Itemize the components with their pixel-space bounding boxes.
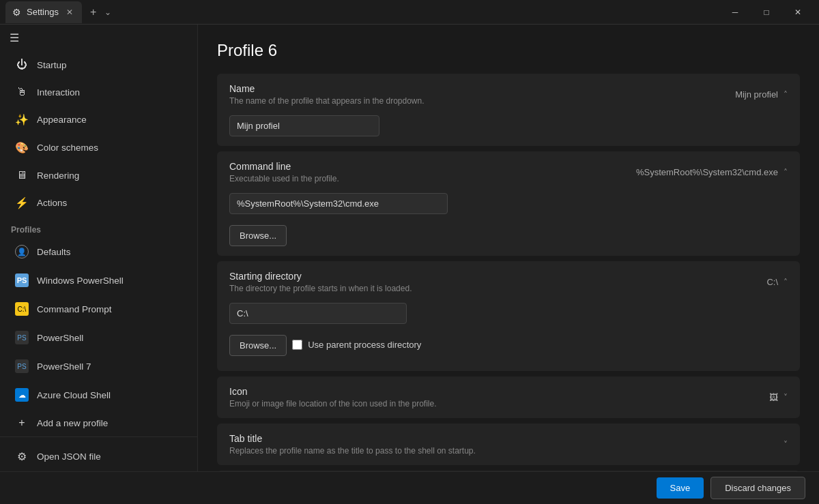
page-title: Profile 6 bbox=[217, 41, 800, 60]
starting-directory-section: Starting directory The directory the pro… bbox=[217, 261, 800, 371]
name-section-body bbox=[217, 115, 800, 146]
icon-section-header-left: Icon Emoji or image file location of the… bbox=[229, 386, 437, 409]
sidebar-item-windows-powershell[interactable]: PS Windows PowerShell bbox=[4, 267, 193, 294]
sidebar-item-label: PowerShell 7 bbox=[37, 361, 91, 372]
use-parent-process-row: Use parent process directory bbox=[292, 340, 421, 350]
starting-directory-actions-row: Browse... Use parent process directory bbox=[229, 329, 788, 356]
colorschemes-icon: 🎨 bbox=[15, 141, 29, 154]
sidebar-item-label: Actions bbox=[37, 198, 67, 208]
name-input[interactable] bbox=[229, 115, 379, 136]
tab-title-title: Tab title bbox=[229, 433, 476, 444]
defaults-profile-icon: 👤 bbox=[15, 245, 29, 258]
save-button[interactable]: Save bbox=[657, 477, 704, 499]
gear-icon: ⚙ bbox=[12, 7, 21, 18]
tab-title-desc: Replaces the profile name as the title t… bbox=[229, 446, 476, 456]
command-line-input[interactable] bbox=[229, 193, 448, 214]
icon-chevron[interactable]: ˅ bbox=[784, 393, 788, 402]
name-section-header: Name The name of the profile that appear… bbox=[217, 74, 800, 115]
sidebar-item-actions[interactable]: ⚡ Actions bbox=[4, 190, 193, 216]
use-parent-process-checkbox[interactable] bbox=[292, 340, 302, 350]
starting-directory-title: Starting directory bbox=[229, 271, 412, 282]
window-controls: ─ □ ✕ bbox=[719, 1, 814, 23]
starting-directory-section-body: Browse... Use parent process directory bbox=[217, 303, 800, 371]
tab-title-section: Tab title Replaces the profile name as t… bbox=[217, 424, 800, 465]
use-parent-process-label: Use parent process directory bbox=[308, 340, 421, 350]
interaction-icon: 🖱 bbox=[15, 86, 29, 98]
icon-section-title: Icon bbox=[229, 386, 437, 397]
tab-close-button[interactable]: ✕ bbox=[64, 7, 75, 18]
name-chevron[interactable]: ˄ bbox=[784, 90, 788, 100]
sidebar-item-appearance[interactable]: ✨ Appearance bbox=[4, 106, 193, 133]
powershell7-profile-icon: PS bbox=[15, 359, 29, 373]
name-section-header-left: Name The name of the profile that appear… bbox=[229, 83, 425, 106]
sidebar-item-defaults[interactable]: 👤 Defaults bbox=[4, 238, 193, 265]
sidebar-item-label: Rendering bbox=[37, 171, 79, 181]
name-section: Name The name of the profile that appear… bbox=[217, 74, 800, 146]
sidebar-item-label: Startup bbox=[37, 60, 67, 70]
actions-icon: ⚡ bbox=[15, 196, 29, 209]
sidebar-item-powershell[interactable]: PS PowerShell bbox=[4, 324, 193, 351]
startup-icon: ⏻ bbox=[15, 59, 29, 71]
discard-changes-button[interactable]: Discard changes bbox=[710, 477, 805, 499]
windows-powershell-profile-icon: PS bbox=[15, 273, 29, 287]
sidebar-item-label: Windows PowerShell bbox=[37, 276, 124, 286]
sidebar-item-command-prompt[interactable]: C:\ Command Prompt bbox=[4, 295, 193, 323]
starting-directory-header-value: C:\ bbox=[766, 277, 778, 287]
add-profile-label: Add a new profile bbox=[37, 418, 108, 428]
command-line-section-body: Browse... bbox=[217, 193, 800, 256]
command-line-title: Command line bbox=[229, 161, 339, 172]
starting-directory-header-right: C:\ ˄ bbox=[766, 277, 788, 287]
command-line-header-value: %SystemRoot%\System32\cmd.exe bbox=[636, 167, 778, 177]
command-line-header-right: %SystemRoot%\System32\cmd.exe ˄ bbox=[636, 167, 788, 177]
icon-section-desc: Emoji or image file location of the icon… bbox=[229, 399, 437, 409]
icon-section-header[interactable]: Icon Emoji or image file location of the… bbox=[217, 376, 800, 418]
tab-dropdown-button[interactable]: ⌄ bbox=[102, 5, 114, 20]
open-json-file-button[interactable]: ⚙ Open JSON file bbox=[4, 443, 193, 470]
sidebar-item-azure-cloud-shell[interactable]: ☁ Azure Cloud Shell bbox=[4, 381, 193, 409]
add-new-profile-button[interactable]: + Add a new profile bbox=[4, 410, 193, 436]
sidebar-item-label: Defaults bbox=[37, 247, 71, 257]
sidebar-item-startup[interactable]: ⏻ Startup bbox=[4, 52, 193, 78]
command-line-section-header: Command line Executable used in the prof… bbox=[217, 151, 800, 193]
sidebar-item-rendering[interactable]: 🖥 Rendering bbox=[4, 162, 193, 188]
content-area: Profile 6 Name The name of the profile t… bbox=[198, 25, 819, 471]
sidebar-item-powershell-7[interactable]: PS PowerShell 7 bbox=[4, 353, 193, 380]
starting-directory-browse-button[interactable]: Browse... bbox=[229, 335, 287, 356]
hamburger-menu-button[interactable]: ☰ bbox=[0, 25, 197, 51]
starting-directory-desc: The directory the profile starts in when… bbox=[229, 284, 412, 293]
name-section-header-right: Mijn profiel ˄ bbox=[735, 89, 788, 100]
new-tab-button[interactable]: + bbox=[85, 3, 102, 21]
sidebar-item-label: Azure Cloud Shell bbox=[37, 390, 111, 400]
tab-title-chevron[interactable]: ˅ bbox=[784, 440, 788, 449]
settings-tab[interactable]: ⚙ Settings ✕ bbox=[5, 1, 82, 23]
icon-placeholder: 🖼 bbox=[769, 392, 778, 402]
sidebar-item-label: Interaction bbox=[37, 87, 80, 98]
name-section-title: Name bbox=[229, 83, 425, 94]
bottom-bar: Save Discard changes bbox=[0, 471, 819, 504]
icon-section-header-right: 🖼 ˅ bbox=[769, 392, 788, 402]
azure-cloud-shell-profile-icon: ☁ bbox=[15, 388, 29, 402]
window-close-button[interactable]: ✕ bbox=[782, 1, 814, 23]
json-icon: ⚙ bbox=[15, 450, 29, 463]
sidebar: ☰ ⏻ Startup 🖱 Interaction ✨ Appearance 🎨… bbox=[0, 25, 198, 471]
command-line-desc: Executable used in the profile. bbox=[229, 174, 339, 183]
tab-title-section-header[interactable]: Tab title Replaces the profile name as t… bbox=[217, 424, 800, 465]
starting-directory-input[interactable] bbox=[229, 303, 407, 324]
open-json-label: Open JSON file bbox=[37, 451, 101, 462]
maximize-button[interactable]: □ bbox=[751, 1, 782, 23]
command-line-chevron[interactable]: ˄ bbox=[784, 168, 788, 177]
starting-directory-chevron[interactable]: ˄ bbox=[784, 278, 788, 287]
titlebar: ⚙ Settings ✕ + ⌄ ─ □ ✕ bbox=[0, 0, 819, 25]
minimize-button[interactable]: ─ bbox=[719, 1, 751, 23]
starting-directory-header-left: Starting directory The directory the pro… bbox=[229, 271, 412, 293]
tab-title-header-left: Tab title Replaces the profile name as t… bbox=[229, 433, 476, 456]
sidebar-item-interaction[interactable]: 🖱 Interaction bbox=[4, 79, 193, 105]
command-line-browse-button[interactable]: Browse... bbox=[229, 225, 287, 246]
command-line-section: Command line Executable used in the prof… bbox=[217, 151, 800, 256]
sidebar-item-colorschemes[interactable]: 🎨 Color schemes bbox=[4, 134, 193, 161]
sidebar-item-label: Color schemes bbox=[37, 143, 98, 153]
name-section-desc: The name of the profile that appears in … bbox=[229, 96, 425, 106]
tab-title-header-right: ˅ bbox=[784, 440, 788, 449]
starting-directory-section-header: Starting directory The directory the pro… bbox=[217, 261, 800, 303]
command-line-header-left: Command line Executable used in the prof… bbox=[229, 161, 339, 183]
